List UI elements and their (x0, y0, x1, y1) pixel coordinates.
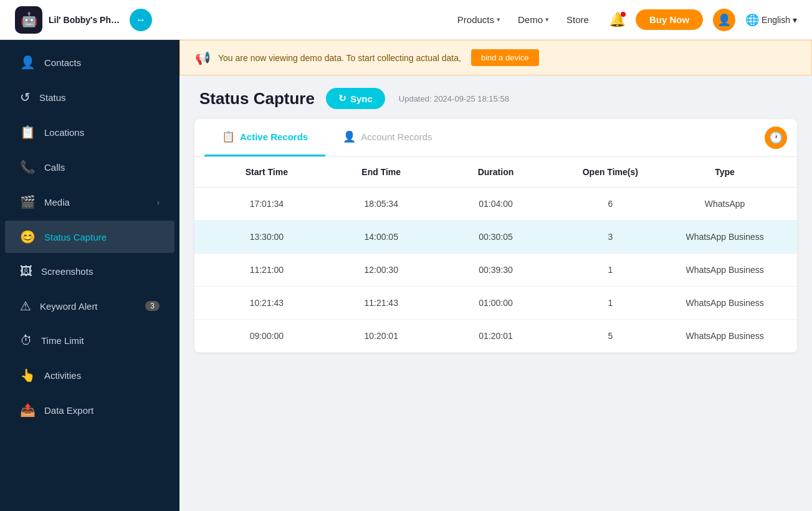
col-end-time: End Time (324, 167, 439, 177)
cell-end-time: 10:20:01 (324, 331, 439, 341)
cell-type: WhatsApp Business (667, 298, 782, 308)
cell-start-time: 17:01:34 (209, 199, 324, 209)
cell-type: WhatsApp Business (667, 265, 782, 275)
cell-open-times: 5 (553, 331, 667, 341)
table-row[interactable]: 13:30:00 14:00:05 00:30:05 3 WhatsApp Bu… (194, 221, 797, 254)
user-avatar[interactable]: 👤 (713, 9, 735, 31)
demo-banner: 📢 You are now viewing demo data. To star… (179, 40, 812, 75)
banner-megaphone-icon: 📢 (195, 50, 211, 65)
bind-device-button[interactable]: bind a device (471, 49, 539, 66)
buy-now-button[interactable]: Buy Now (636, 9, 703, 30)
products-nav-link[interactable]: Products ▾ (457, 14, 500, 25)
contacts-icon: 👤 (20, 55, 36, 70)
cell-start-time: 11:21:00 (209, 265, 324, 275)
nav-links: Products ▾ Demo ▾ Store (457, 14, 589, 25)
sidebar-item-locations[interactable]: 📋 Locations (5, 116, 174, 148)
table-header: Start Time End Time Duration Open Time(s… (194, 157, 797, 188)
keyword-alert-icon: ⚠ (20, 298, 31, 313)
demo-nav-link[interactable]: Demo ▾ (518, 14, 549, 25)
locations-icon: 📋 (20, 125, 36, 140)
app-logo-icon: 🤖 (15, 6, 42, 34)
sync-button[interactable]: ↻ Sync (326, 88, 385, 109)
table-row[interactable]: 10:21:43 11:21:43 01:00:00 1 WhatsApp Bu… (194, 287, 797, 320)
cell-type: WhatsApp Business (667, 331, 782, 341)
media-arrow-icon: › (157, 198, 160, 207)
globe-icon: 🌐 (745, 13, 759, 27)
cell-open-times: 3 (553, 232, 667, 242)
table-row[interactable]: 09:00:00 10:20:01 01:20:01 5 WhatsApp Bu… (194, 320, 797, 353)
main-layout: 👤 Contacts ↺ Status 📋 Locations 📞 Calls … (0, 40, 812, 511)
updated-timestamp: Updated: 2024-09-25 18:15:58 (399, 94, 509, 103)
cell-end-time: 14:00:05 (324, 232, 439, 242)
screenshots-icon: 🖼 (20, 264, 32, 279)
table-row[interactable]: 11:21:00 12:00:30 00:39:30 1 WhatsApp Bu… (194, 254, 797, 287)
sidebar-item-status[interactable]: ↺ Status (5, 81, 174, 113)
sync-icon: ↻ (338, 93, 346, 104)
cell-duration: 01:20:01 (439, 331, 553, 341)
col-start-time: Start Time (209, 167, 324, 177)
calls-icon: 📞 (20, 160, 36, 174)
language-selector[interactable]: 🌐 English ▾ (745, 13, 797, 27)
cell-open-times: 1 (553, 265, 667, 275)
notification-dot (621, 12, 626, 17)
cell-start-time: 09:00:00 (209, 331, 324, 341)
app-name: Lil' Bobby's Pho... (49, 15, 123, 25)
status-icon: ↺ (20, 90, 31, 105)
data-export-icon: 📤 (20, 403, 36, 418)
tabs-row: 📋 Active Records 👤 Account Records 🕐 (194, 119, 797, 157)
cell-end-time: 11:21:43 (324, 298, 439, 308)
sidebar-item-keyword-alert[interactable]: ⚠ Keyword Alert 3 (5, 290, 174, 322)
col-open-times: Open Time(s) (553, 167, 667, 177)
content-area: 📢 You are now viewing demo data. To star… (179, 40, 812, 511)
sidebar-item-media[interactable]: 🎬 Media › (5, 186, 174, 218)
tab-active-records[interactable]: 📋 Active Records (204, 119, 325, 156)
sync-circle-button[interactable]: ↔ (130, 9, 152, 31)
clock-filter-button[interactable]: 🕐 (765, 127, 787, 149)
cell-end-time: 12:00:30 (324, 265, 439, 275)
sidebar-item-status-capture[interactable]: 😊 Status Capture (5, 221, 174, 253)
sidebar-item-data-export[interactable]: 📤 Data Export (5, 394, 174, 426)
table-body: 17:01:34 18:05:34 01:04:00 6 WhatsApp 13… (194, 188, 797, 353)
cell-start-time: 13:30:00 (209, 232, 324, 242)
cell-open-times: 1 (553, 298, 667, 308)
top-nav: 🤖 Lil' Bobby's Pho... ↔ Products ▾ Demo … (0, 0, 812, 40)
demo-chevron-icon: ▾ (545, 16, 549, 24)
sidebar-item-activities[interactable]: 👆 Activities (5, 359, 174, 391)
logo-area: 🤖 Lil' Bobby's Pho... ↔ (15, 6, 152, 34)
status-capture-icon: 😊 (20, 229, 36, 244)
active-records-tab-icon: 📋 (222, 130, 235, 143)
records-card: 📋 Active Records 👤 Account Records 🕐 Sta… (194, 119, 797, 353)
cell-type: WhatsApp (667, 199, 782, 209)
table-row[interactable]: 17:01:34 18:05:34 01:04:00 6 WhatsApp (194, 188, 797, 221)
cell-end-time: 18:05:34 (324, 199, 439, 209)
cell-duration: 01:00:00 (439, 298, 553, 308)
store-nav-link[interactable]: Store (566, 14, 589, 25)
page-header: Status Capture ↻ Sync Updated: 2024-09-2… (179, 75, 812, 119)
cell-duration: 01:04:00 (439, 199, 553, 209)
cell-open-times: 6 (553, 199, 667, 209)
cell-start-time: 10:21:43 (209, 298, 324, 308)
cell-duration: 00:39:30 (439, 265, 553, 275)
notification-bell-container: 🔔 (609, 12, 626, 28)
col-type: Type (667, 167, 782, 177)
media-icon: 🎬 (20, 194, 36, 209)
cell-duration: 00:30:05 (439, 232, 553, 242)
tab-account-records[interactable]: 👤 Account Records (325, 119, 449, 156)
sidebar-item-time-limit[interactable]: ⏱ Time Limit (5, 325, 174, 356)
sidebar-item-calls[interactable]: 📞 Calls (5, 151, 174, 183)
account-records-tab-icon: 👤 (343, 130, 356, 143)
time-limit-icon: ⏱ (20, 333, 32, 348)
col-duration: Duration (439, 167, 553, 177)
page-title: Status Capture (199, 89, 315, 108)
sidebar: 👤 Contacts ↺ Status 📋 Locations 📞 Calls … (0, 40, 179, 511)
clock-icon: 🕐 (769, 131, 783, 145)
activities-icon: 👆 (20, 368, 36, 383)
products-chevron-icon: ▾ (497, 16, 500, 24)
sidebar-item-screenshots[interactable]: 🖼 Screenshots (5, 256, 174, 287)
sidebar-item-contacts[interactable]: 👤 Contacts (5, 46, 174, 79)
nav-actions: 🔔 Buy Now 👤 🌐 English ▾ (609, 9, 797, 31)
lang-chevron-icon: ▾ (793, 15, 797, 25)
cell-type: WhatsApp Business (667, 232, 782, 242)
